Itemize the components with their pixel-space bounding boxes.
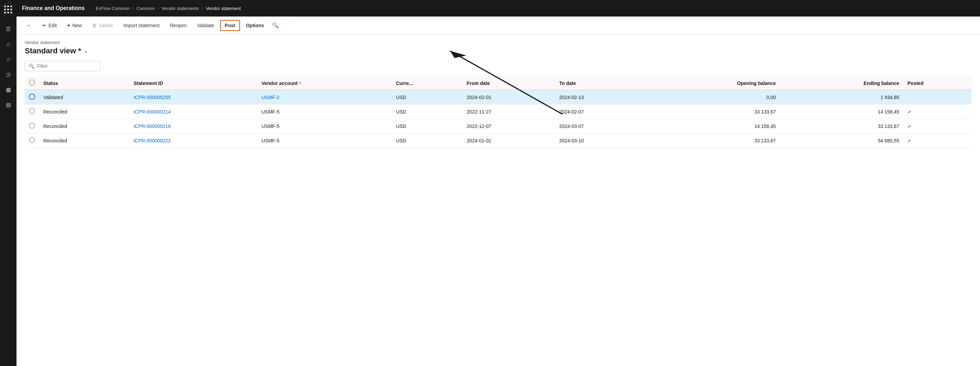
row-opening-balance: 33 133,67 <box>648 134 780 148</box>
col-header-checkbox <box>25 77 39 90</box>
row-from-date: 2024-01-01 <box>463 134 555 148</box>
row-to-date: 2024-02-07 <box>555 105 648 119</box>
row-currency: USD <box>392 90 463 105</box>
row-from-date: 2022-11-27 <box>463 105 555 119</box>
row-status: Reconciled <box>39 119 129 134</box>
options-button[interactable]: Options <box>242 20 269 30</box>
row-to-date: 2024-03-10 <box>555 134 648 148</box>
list-icon[interactable]: ▤ <box>2 98 15 111</box>
icon-rail: ☰ ⌂ ☆ ◷ ▦ ▤ <box>0 0 16 366</box>
breadcrumb-item-4: Vendor statement <box>206 6 241 11</box>
edit-icon: ✏ <box>42 23 46 28</box>
toolbar-search-button[interactable]: 🔍 <box>270 20 281 31</box>
breadcrumb-sep-2: › <box>158 6 159 11</box>
header-radio[interactable] <box>29 80 35 86</box>
row-vendor-account[interactable]: USMF-5 <box>257 119 391 134</box>
row-radio-cell[interactable] <box>25 105 39 119</box>
row-status: Reconciled <box>39 105 129 119</box>
apps-grid-icon[interactable] <box>2 3 15 16</box>
toolbar: ← ✏ Edit + New 🗑 Delete Import statement… <box>16 16 980 34</box>
col-header-from-date: From date <box>463 77 555 90</box>
table-row[interactable]: Reconciled ICPR-000000214 USMF-5 USD 202… <box>25 105 972 119</box>
new-button[interactable]: + New <box>63 20 86 31</box>
back-button[interactable]: ← <box>22 20 37 31</box>
plus-icon: + <box>67 22 70 29</box>
main-area: Finance and Operations ExFlow Common › C… <box>16 0 980 366</box>
back-arrow-icon: ← <box>27 22 32 29</box>
breadcrumb-item-1[interactable]: ExFlow Common <box>95 6 130 11</box>
row-posted: ✓ <box>903 134 972 148</box>
breadcrumb: ExFlow Common › Common › Vendor statemen… <box>95 6 241 11</box>
validate-button[interactable]: Validate <box>192 20 219 30</box>
vendor-statements-table: Status Statement ID Vendor account ▾ Cur… <box>25 77 972 148</box>
col-header-to-date: To date <box>555 77 648 90</box>
filter-search-icon: 🔍 <box>29 63 34 69</box>
app-title: Finance and Operations <box>22 5 84 11</box>
table-container: Status Statement ID Vendor account ▾ Cur… <box>25 77 972 148</box>
row-radio-cell[interactable] <box>25 119 39 134</box>
row-radio[interactable] <box>29 137 35 143</box>
table-row[interactable]: Reconciled ICPR-000000216 USMF-5 USD 202… <box>25 119 972 134</box>
breadcrumb-sep-3: › <box>202 6 203 11</box>
row-ending-balance: 14 158,45 <box>780 105 903 119</box>
row-statement-id[interactable]: ICPR-000000255 <box>129 90 257 105</box>
row-vendor-account[interactable]: USMF-5 <box>257 134 391 148</box>
col-header-status: Status <box>39 77 129 90</box>
col-header-vendor-account: Vendor account ▾ <box>257 77 391 90</box>
row-posted: ✓ <box>903 105 972 119</box>
row-from-date: 2024-02-01 <box>463 90 555 105</box>
row-opening-balance: 33 133,67 <box>648 105 780 119</box>
row-posted <box>903 90 972 105</box>
row-statement-id[interactable]: ICPR-000000214 <box>129 105 257 119</box>
top-nav: Finance and Operations ExFlow Common › C… <box>16 0 980 16</box>
breadcrumb-sep-1: › <box>132 6 134 11</box>
row-ending-balance: 33 133,67 <box>780 119 903 134</box>
home-icon[interactable]: ⌂ <box>2 37 15 51</box>
page-subtitle: Vendor statement <box>25 40 972 45</box>
row-radio-cell[interactable] <box>25 134 39 148</box>
clock-icon[interactable]: ◷ <box>2 67 15 81</box>
breadcrumb-item-3[interactable]: Vendor statements <box>162 6 199 11</box>
col-header-posted: Posted <box>903 77 972 90</box>
row-ending-balance: 1 934,85 <box>780 90 903 105</box>
row-status: Validated <box>39 90 129 105</box>
row-statement-id[interactable]: ICPR-000000222 <box>129 134 257 148</box>
star-icon[interactable]: ☆ <box>2 52 15 66</box>
row-radio[interactable] <box>29 94 35 100</box>
content-area: Vendor statement Standard view * ⌄ 🔍 Sta… <box>16 34 980 366</box>
row-currency: USD <box>392 119 463 134</box>
row-vendor-account[interactable]: USMF-5 <box>257 105 391 119</box>
row-to-date: 2024-02-13 <box>555 90 648 105</box>
view-dropdown-icon[interactable]: ⌄ <box>84 48 88 54</box>
breadcrumb-item-2[interactable]: Common <box>137 6 155 11</box>
import-statement-button[interactable]: Import statement <box>119 20 164 30</box>
hamburger-icon[interactable]: ☰ <box>2 22 15 36</box>
table-row[interactable]: Validated ICPR-000000255 USMF-2 USD 2024… <box>25 90 972 105</box>
delete-button[interactable]: 🗑 Delete <box>88 20 117 30</box>
col-header-statement-id: Statement ID <box>129 77 257 90</box>
row-radio-cell[interactable] <box>25 90 39 105</box>
search-icon: 🔍 <box>272 22 279 29</box>
vendor-filter-icon[interactable]: ▾ <box>299 81 301 85</box>
edit-button[interactable]: ✏ Edit <box>38 20 61 30</box>
filter-input[interactable] <box>37 63 97 69</box>
row-currency: USD <box>392 105 463 119</box>
col-header-opening-balance: Opening balance <box>648 77 780 90</box>
row-vendor-account[interactable]: USMF-2 <box>257 90 391 105</box>
filter-container: 🔍 <box>25 61 972 71</box>
reopen-button[interactable]: Reopen <box>165 20 191 30</box>
calendar-icon[interactable]: ▦ <box>2 83 15 96</box>
row-from-date: 2022-12-07 <box>463 119 555 134</box>
row-status: Reconciled <box>39 134 129 148</box>
row-statement-id[interactable]: ICPR-000000216 <box>129 119 257 134</box>
col-header-currency: Curre... <box>392 77 463 90</box>
trash-icon: 🗑 <box>92 23 97 28</box>
row-to-date: 2024-03-07 <box>555 119 648 134</box>
row-radio[interactable] <box>29 108 35 114</box>
table-row[interactable]: Reconciled ICPR-000000222 USMF-5 USD 202… <box>25 134 972 148</box>
post-button[interactable]: Post <box>220 20 240 31</box>
row-ending-balance: 54 680,55 <box>780 134 903 148</box>
row-opening-balance: 14 158,45 <box>648 119 780 134</box>
row-radio[interactable] <box>29 123 35 129</box>
row-posted: ✓ <box>903 119 972 134</box>
